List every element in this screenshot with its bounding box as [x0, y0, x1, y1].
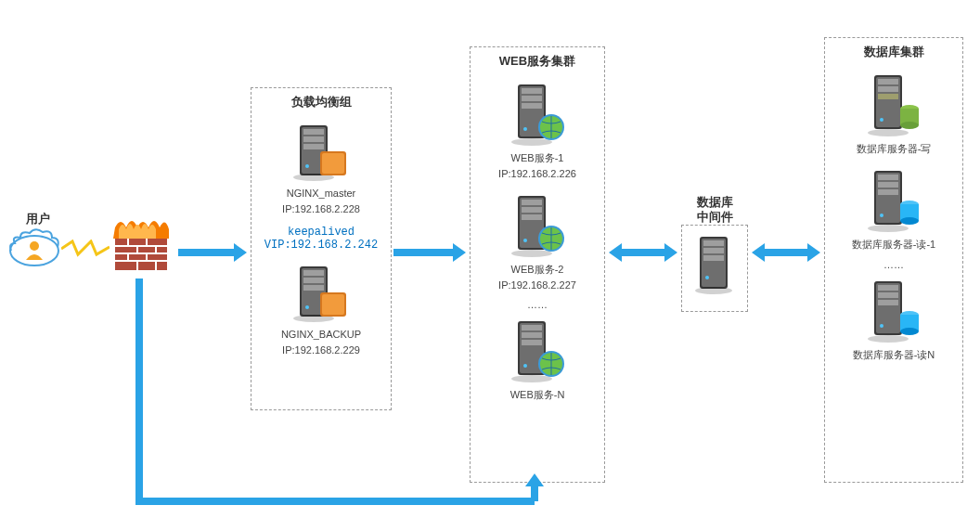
svg-rect-87: [878, 300, 898, 305]
web-node-n: WEB服务-N: [471, 316, 604, 402]
svg-rect-36: [522, 103, 542, 109]
diagram-canvas: 用户: [0, 0, 980, 531]
svg-point-78: [880, 214, 883, 217]
db-write-node: 数据库服务器-写: [825, 70, 962, 156]
svg-rect-67: [878, 94, 898, 99]
svg-rect-52: [522, 340, 542, 345]
svg-point-1: [30, 241, 39, 251]
arrow-firewall-to-lb: [178, 249, 236, 256]
svg-point-45: [523, 239, 527, 242]
svg-rect-42: [522, 200, 542, 205]
lb-group-title: 负载均衡组: [251, 88, 391, 114]
keepalived-vip: VIP:192.168.2.242: [251, 239, 391, 252]
web-node-1-name: WEB服务-1: [471, 151, 604, 165]
nginx-backup-ip: IP:192.168.2.229: [251, 343, 391, 357]
web-cluster-title: WEB服务集群: [471, 47, 604, 73]
svg-rect-27: [303, 285, 324, 291]
svg-rect-35: [522, 96, 542, 101]
server-icon: [289, 120, 354, 185]
svg-point-88: [880, 324, 883, 328]
svg-point-79: [868, 225, 909, 232]
svg-rect-64: [876, 77, 900, 127]
lightning-icon: [61, 240, 110, 261]
arrow-web-middleware: [620, 249, 666, 256]
svg-rect-34: [522, 88, 542, 94]
user-label: 用户: [26, 211, 50, 227]
svg-rect-44: [522, 214, 542, 220]
arrow-middleware-db: [763, 249, 809, 256]
web-node-2-ip: IP:192.168.2.227: [471, 278, 604, 292]
db-readn-name: 数据库服务器-读N: [825, 348, 962, 362]
svg-point-69: [868, 129, 909, 136]
svg-point-19: [305, 164, 309, 168]
nginx-backup-node: NGINX_BACKUP IP:192.168.2.229: [251, 261, 391, 357]
return-arrow-up: [531, 485, 538, 501]
db-server-icon: [861, 70, 926, 140]
svg-point-61: [705, 276, 709, 279]
firewall-icon: [110, 218, 173, 276]
web-server-icon: [505, 79, 570, 149]
svg-point-28: [305, 305, 309, 309]
svg-point-54: [511, 375, 552, 382]
svg-rect-18: [303, 144, 324, 149]
db-cluster-title: 数据库集群: [825, 38, 962, 64]
db-readn-node: 数据库服务器-读N: [825, 276, 962, 362]
web-server-icon: [505, 316, 570, 386]
svg-rect-75: [878, 175, 898, 180]
svg-point-53: [523, 364, 527, 368]
web-server-icon: [505, 190, 570, 261]
svg-rect-51: [522, 332, 542, 338]
nginx-master-node: NGINX_master IP:192.168.2.228: [251, 120, 391, 216]
db-server-icon: [861, 276, 926, 346]
svg-rect-86: [878, 292, 898, 298]
web-node-1-ip: IP:192.168.2.226: [471, 167, 604, 181]
web-ellipsis: ……: [471, 299, 604, 310]
svg-rect-60: [703, 255, 724, 261]
svg-point-46: [511, 250, 552, 257]
keepalived-block: keepalived VIP:192.168.2.242: [251, 226, 391, 252]
return-arrow-down: [135, 278, 143, 501]
svg-rect-25: [303, 270, 324, 276]
web-node-n-name: WEB服务-N: [471, 388, 604, 402]
svg-point-62: [695, 287, 732, 294]
svg-rect-31: [322, 294, 344, 315]
server-icon: [689, 233, 741, 298]
svg-rect-85: [878, 285, 898, 291]
svg-rect-58: [703, 240, 724, 246]
user-icon: [7, 227, 61, 271]
svg-rect-74: [876, 173, 900, 223]
db-read1-name: 数据库服务器-读-1: [825, 238, 962, 252]
svg-rect-65: [878, 79, 898, 84]
svg-point-72: [900, 122, 919, 129]
nginx-master-ip: IP:192.168.2.228: [251, 202, 391, 216]
svg-rect-50: [522, 325, 542, 330]
db-cluster-box: 数据库集群 数据库服务器-写: [824, 37, 963, 483]
svg-rect-59: [703, 248, 724, 253]
db-middleware-title: 数据库 中间件: [682, 195, 747, 226]
web-cluster-box: WEB服务集群 WEB服务-1 IP:192.168.2.226: [470, 46, 605, 483]
db-server-icon: [861, 165, 926, 236]
svg-point-38: [511, 138, 552, 146]
svg-rect-16: [303, 129, 324, 135]
svg-point-92: [900, 328, 919, 335]
web-node-2-name: WEB服务-2: [471, 263, 604, 277]
nginx-master-name: NGINX_master: [251, 187, 391, 201]
svg-rect-84: [876, 283, 900, 333]
web-node-1: WEB服务-1 IP:192.168.2.226: [471, 79, 604, 181]
db-middleware-box: [681, 225, 748, 312]
nginx-backup-name: NGINX_BACKUP: [251, 328, 391, 342]
svg-rect-43: [522, 207, 542, 213]
web-node-2: WEB服务-2 IP:192.168.2.227: [471, 190, 604, 292]
svg-rect-26: [303, 278, 324, 283]
db-write-name: 数据库服务器-写: [825, 142, 962, 156]
lb-group-box: 负载均衡组 NGINX_master IP:192.168.2.228 keep…: [251, 87, 392, 410]
svg-rect-66: [878, 86, 898, 92]
db-ellipsis: ……: [825, 259, 962, 270]
svg-point-68: [880, 118, 883, 122]
svg-point-82: [900, 217, 919, 225]
svg-point-37: [523, 127, 527, 131]
server-icon: [289, 261, 354, 326]
svg-point-89: [868, 335, 909, 343]
arrow-lb-to-web: [393, 249, 455, 256]
svg-rect-77: [878, 189, 898, 195]
